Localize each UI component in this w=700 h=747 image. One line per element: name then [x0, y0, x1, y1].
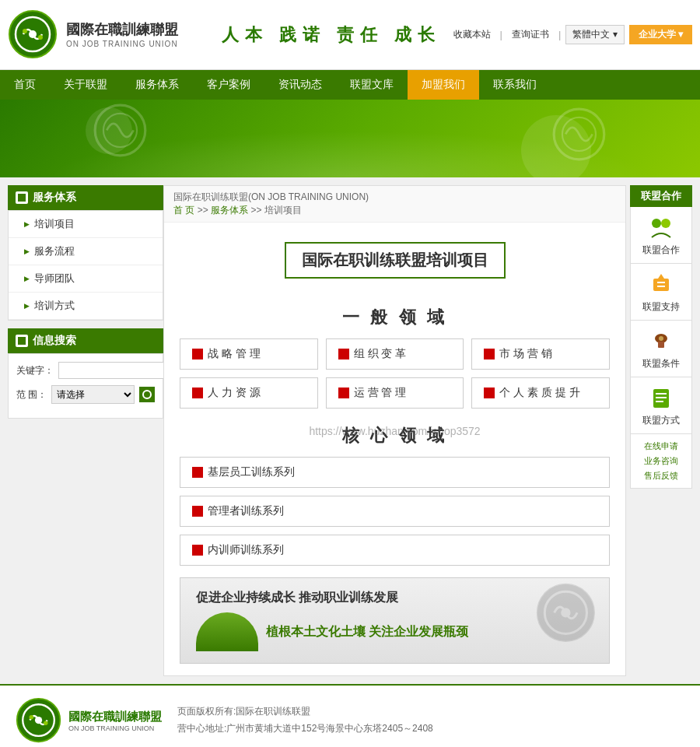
- nav-library[interactable]: 联盟文库: [336, 70, 408, 100]
- footer-text1: 促进企业持续成长 推动职业训练发展: [196, 590, 593, 606]
- item-icon: [192, 349, 203, 359]
- sidebar-item-flow[interactable]: 服务流程: [9, 238, 163, 265]
- lang-button[interactable]: 繁體中文 ▾: [565, 25, 624, 44]
- conditions-icon: [646, 327, 677, 354]
- nav-contact[interactable]: 联系我们: [479, 70, 551, 100]
- sidebar-item-training[interactable]: 培训项目: [9, 211, 163, 238]
- footer-text2: 植根本土文化土壤 关注企业发展瓶颈: [266, 624, 468, 640]
- search-button[interactable]: [139, 387, 155, 402]
- info-header: 信息搜索: [8, 328, 163, 353]
- footer-logo-deco: [535, 582, 597, 644]
- info-icon: [16, 335, 28, 347]
- grass-deco: [196, 612, 258, 651]
- footer-copyright: 页面版权所有:国际在职训练联盟: [177, 703, 433, 721]
- item-icon: [338, 388, 349, 398]
- banner-inner: [47, 100, 653, 177]
- grid-item-personal[interactable]: 个 人 素 质 提 升: [471, 377, 610, 409]
- svg-rect-18: [657, 282, 665, 283]
- right-link-apply[interactable]: 在线申请: [635, 439, 687, 454]
- range-select[interactable]: 请选择: [51, 385, 135, 404]
- core-item-trainer[interactable]: 内训师训练系列: [180, 535, 610, 566]
- section2-title: 核 心 领 域: [180, 424, 610, 447]
- sidebar-item-mentors[interactable]: 导师团队: [9, 265, 163, 293]
- svg-point-29: [35, 717, 42, 724]
- footer-address: 营中心地址:广州市黄埔大道中152号海景中心东塔2405～2408: [177, 721, 433, 738]
- nav-news[interactable]: 资讯动态: [264, 70, 336, 100]
- svg-point-3: [23, 29, 27, 33]
- search-form: 关键字： 范 围： 请选择: [8, 353, 163, 419]
- logo-cn: 國際在職訓練聯盟: [66, 21, 178, 39]
- svg-rect-26: [656, 401, 663, 402]
- logo-icon: [8, 9, 58, 60]
- right-item-method-label: 联盟方式: [635, 414, 688, 427]
- service-title: 服务体系: [33, 191, 76, 205]
- footer-logo-cn: 國際在職訓練聯盟: [68, 710, 162, 724]
- right-item-support[interactable]: 联盟支持: [630, 264, 692, 321]
- right-item-alliance-label: 联盟合作: [635, 244, 688, 257]
- nav-cases[interactable]: 客户案例: [193, 70, 264, 100]
- main-layout: 服务体系 培训项目 服务流程 导师团队 培训方式 信息搜索 关键字：: [0, 177, 700, 684]
- logo-en: ON JOB TRAINING UNION: [66, 40, 178, 48]
- right-item-conditions-label: 联盟条件: [635, 357, 688, 370]
- section1-title: 一 般 领 域: [180, 306, 610, 329]
- item-label: 组 织 变 革: [354, 347, 407, 361]
- grid-item-marketing[interactable]: 市 场 营 销: [471, 338, 610, 370]
- svg-point-22: [659, 336, 663, 341]
- core-item-basic[interactable]: 基层员工训练系列: [180, 457, 610, 488]
- svg-point-31: [44, 721, 48, 725]
- svg-rect-10: [18, 337, 26, 345]
- footer-logo-text: 國際在職訓練聯盟 ON JOB TRAINING UNION: [68, 710, 162, 732]
- right-link-feedback[interactable]: 售后反馈: [635, 468, 687, 483]
- header: 國際在職訓練聯盟 ON JOB TRAINING UNION 人本 践诺 责任 …: [0, 0, 700, 70]
- item-icon: [192, 545, 203, 556]
- item-label: 市 场 营 销: [499, 347, 552, 361]
- core-item-manager[interactable]: 管理者训练系列: [180, 496, 610, 527]
- slogan-text: 人本 践诺 责任 成长: [222, 23, 441, 47]
- breadcrumb-service[interactable]: 服务体系: [211, 205, 248, 216]
- footer-bottom: 植根本土文化土壤 关注企业发展瓶颈: [196, 612, 593, 651]
- breadcrumb-home[interactable]: 首 页: [173, 205, 194, 216]
- logo-text: 國際在職訓練聯盟 ON JOB TRAINING UNION: [66, 21, 178, 47]
- keyword-label: 关键字：: [16, 364, 54, 377]
- nav-about[interactable]: 关于联盟: [50, 70, 121, 100]
- breadcrumb-path: 首 页 >> 服务体系 >> 培训项目: [173, 204, 616, 217]
- item-label: 战 略 管 理: [208, 347, 261, 361]
- right-item-method[interactable]: 联盟方式: [630, 377, 692, 434]
- right-link-consult[interactable]: 业务咨询: [635, 454, 687, 468]
- item-label: 个 人 素 质 提 升: [499, 386, 579, 400]
- svg-point-14: [652, 219, 661, 228]
- service-section: 服务体系 培训项目 服务流程 导师团队 培训方式: [8, 185, 163, 321]
- banner-logo-deco2: [93, 103, 148, 158]
- grid-item-strategy[interactable]: 战 略 管 理: [180, 338, 318, 370]
- item-icon: [484, 349, 495, 359]
- header-right: 收藏本站 | 查询证书 | 繁體中文 ▾ 企业大学 ▾: [449, 25, 692, 44]
- content-inner: 国际在职训练联盟培训项目 一 般 领 域 战 略 管 理 组 织 变 革 市 场…: [164, 223, 625, 675]
- info-title: 信息搜索: [33, 334, 76, 348]
- nav-join[interactable]: 加盟我们: [408, 70, 479, 100]
- service-header: 服务体系: [8, 185, 163, 210]
- service-menu: 培训项目 服务流程 导师团队 培训方式: [8, 210, 163, 321]
- grid-item-org-change[interactable]: 组 织 变 革: [326, 338, 464, 370]
- svg-point-13: [561, 608, 570, 617]
- grid-row1: 战 略 管 理 组 织 变 革 市 场 营 销: [180, 338, 610, 370]
- svg-point-4: [38, 35, 43, 40]
- main-nav: 首页 关于联盟 服务体系 客户案例 资讯动态 联盟文库 加盟我们 联系我们: [0, 70, 700, 100]
- university-button[interactable]: 企业大学 ▾: [629, 25, 692, 44]
- nav-service[interactable]: 服务体系: [121, 70, 193, 100]
- footer-logo-icon: [16, 697, 62, 744]
- certificate-link[interactable]: 查询证书: [507, 26, 554, 44]
- right-item-alliance[interactable]: 联盟合作: [630, 207, 692, 264]
- right-links: 在线申请 业务咨询 售后反馈: [630, 434, 692, 489]
- info-section: 信息搜索 关键字： 范 围： 请选择: [8, 328, 163, 419]
- grid-item-operations[interactable]: 运 营 管 理: [326, 377, 464, 409]
- right-item-conditions[interactable]: 联盟条件: [630, 321, 692, 377]
- grid-item-hr[interactable]: 人 力 资 源: [180, 377, 318, 409]
- sidebar-item-methods[interactable]: 培训方式: [9, 293, 163, 320]
- bookmark-link[interactable]: 收藏本站: [449, 26, 495, 44]
- svg-marker-17: [658, 274, 664, 279]
- svg-point-2: [29, 30, 37, 38]
- item-icon: [484, 388, 495, 398]
- nav-home[interactable]: 首页: [0, 70, 50, 100]
- footer-logo-en: ON JOB TRAINING UNION: [68, 724, 162, 732]
- banner-logo-deco: [552, 107, 607, 162]
